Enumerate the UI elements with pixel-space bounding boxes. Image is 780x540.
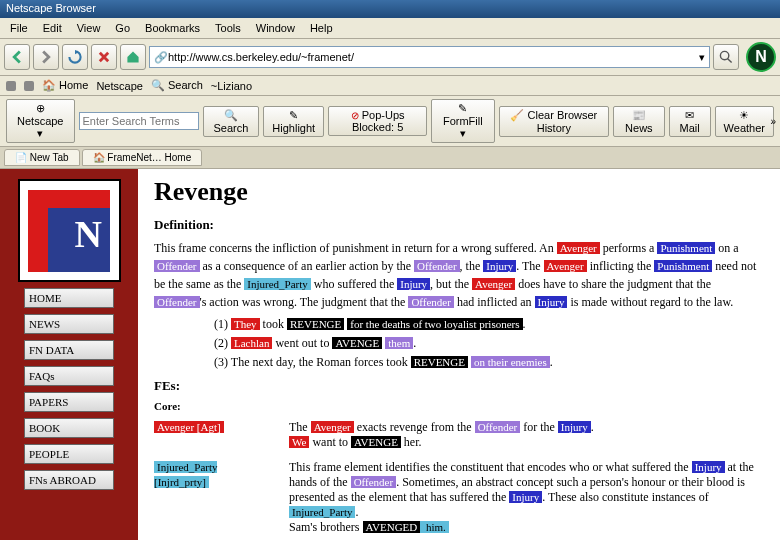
site-sidebar: N HOME NEWS FN DATA FAQs PAPERS BOOK PEO…: [0, 169, 138, 540]
nav-fndata[interactable]: FN DATA: [24, 340, 114, 360]
fe-avenger: Avenger [Agt] The Avenger exacts revenge…: [154, 420, 764, 450]
overflow-icon[interactable]: »: [770, 116, 776, 127]
highlight-button[interactable]: ✎ Highlight: [263, 106, 324, 137]
menu-edit[interactable]: Edit: [37, 20, 68, 36]
tab-bar: 📄 New Tab 🏠 FrameNet… Home: [0, 147, 780, 169]
definition-heading: Definition:: [154, 217, 764, 233]
framenet-logo: N: [18, 179, 121, 282]
home-button[interactable]: [120, 44, 146, 70]
popups-button[interactable]: ⊘ Pop-Ups Blocked: 5: [328, 106, 427, 136]
content-area: N HOME NEWS FN DATA FAQs PAPERS BOOK PEO…: [0, 169, 780, 540]
nav-home[interactable]: HOME: [24, 288, 114, 308]
link-user[interactable]: ~Liziano: [211, 80, 252, 92]
search-button[interactable]: 🔍 Search: [203, 106, 260, 137]
weather-button[interactable]: ☀ Weather: [715, 106, 774, 137]
menubar: File Edit View Go Bookmarks Tools Window…: [0, 18, 780, 39]
netscape-logo: N: [746, 42, 776, 72]
url-input[interactable]: [168, 51, 699, 63]
search-input[interactable]: [79, 112, 199, 130]
search-toolbar: ⊕ Netscape ▾ 🔍 Search ✎ Highlight ⊘ Pop-…: [0, 96, 780, 147]
back-button[interactable]: [4, 44, 30, 70]
nav-news[interactable]: NEWS: [24, 314, 114, 334]
window-titlebar: Netscape Browser: [0, 0, 780, 18]
dropdown-icon[interactable]: ▾: [699, 51, 705, 64]
nav-abroad[interactable]: FNs ABROAD: [24, 470, 114, 490]
menu-window[interactable]: Window: [250, 20, 301, 36]
tab-new[interactable]: 📄 New Tab: [4, 149, 80, 166]
page-body: Revenge Definition: This frame concerns …: [138, 169, 780, 540]
bookmark-icon-2[interactable]: [24, 81, 34, 91]
news-button[interactable]: 📰 News: [613, 106, 664, 137]
nav-people[interactable]: PEOPLE: [24, 444, 114, 464]
mail-button[interactable]: ✉ Mail: [669, 106, 711, 137]
link-home[interactable]: 🏠 Home: [42, 79, 88, 92]
nav-book[interactable]: BOOK: [24, 418, 114, 438]
nav-faqs[interactable]: FAQs: [24, 366, 114, 386]
formfill-button[interactable]: ✎ FormFill ▾: [431, 99, 494, 143]
menu-view[interactable]: View: [71, 20, 107, 36]
reload-button[interactable]: [62, 44, 88, 70]
menu-go[interactable]: Go: [109, 20, 136, 36]
definition-text: This frame concerns the infliction of pu…: [154, 239, 764, 311]
forward-button[interactable]: [33, 44, 59, 70]
menu-bookmarks[interactable]: Bookmarks: [139, 20, 206, 36]
netscape-button[interactable]: ⊕ Netscape ▾: [6, 99, 75, 143]
stop-button[interactable]: [91, 44, 117, 70]
tab-framenet[interactable]: 🏠 FrameNet… Home: [82, 149, 203, 166]
menu-file[interactable]: File: [4, 20, 34, 36]
bookmark-icon[interactable]: [6, 81, 16, 91]
menu-tools[interactable]: Tools: [209, 20, 247, 36]
search-go-button[interactable]: [713, 44, 739, 70]
nav-toolbar: 🔗 ▾ N: [0, 39, 780, 76]
example-2: (2) Lachlan went out to AVENGE them.: [214, 336, 764, 351]
url-icon: 🔗: [154, 51, 168, 64]
core-heading: Core:: [154, 400, 764, 412]
personal-bar: 🏠 Home Netscape 🔍 Search ~Liziano: [0, 76, 780, 96]
popup-blocked-icon: ⊘: [351, 110, 359, 121]
menu-help[interactable]: Help: [304, 20, 339, 36]
example-1: (1) They took REVENGE for the deaths of …: [214, 317, 764, 332]
page-title: Revenge: [154, 177, 764, 207]
link-search[interactable]: 🔍 Search: [151, 79, 203, 92]
link-netscape[interactable]: Netscape: [96, 80, 142, 92]
nav-papers[interactable]: PAPERS: [24, 392, 114, 412]
clear-history-button[interactable]: 🧹 Clear Browser History: [499, 106, 610, 137]
fes-heading: FEs:: [154, 378, 764, 394]
fe-injured-party: Injured_Party [Injrd_prty] This frame el…: [154, 460, 764, 535]
url-bar[interactable]: 🔗 ▾: [149, 46, 710, 68]
example-3: (3) The next day, the Roman forces took …: [214, 355, 764, 370]
